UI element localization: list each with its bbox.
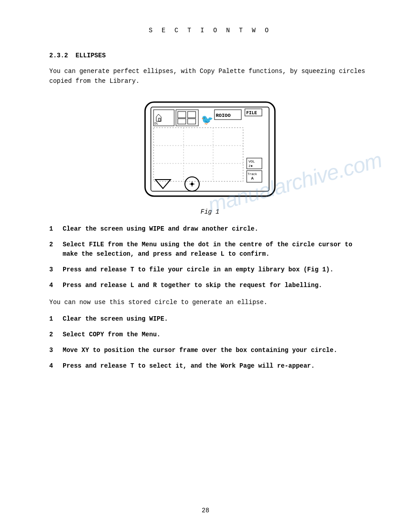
list-item: 3 Move XY to position the cursor frame o… bbox=[49, 346, 371, 355]
svg-text:VOL: VOL bbox=[248, 159, 255, 163]
list-item: 3 Press and release T to file your circl… bbox=[49, 265, 371, 275]
svg-text:FILE: FILE bbox=[246, 111, 257, 116]
svg-text:DL: DL bbox=[154, 122, 158, 125]
subsection-number: 2.3.2 bbox=[49, 52, 68, 59]
section-title: S E C T I O N T W O bbox=[149, 27, 271, 34]
svg-text:A: A bbox=[251, 176, 254, 181]
screen-illustration: DL 🐦 ROIOO FILE bbox=[143, 100, 277, 203]
section-header: S E C T I O N T W O bbox=[49, 27, 371, 34]
fig-caption: Fig 1 bbox=[201, 208, 219, 215]
svg-text:🐦: 🐦 bbox=[201, 114, 214, 126]
step-text: Clear the screen using WIPE and draw ano… bbox=[63, 224, 371, 234]
middle-text-content: You can now use this stored circle to ge… bbox=[49, 299, 267, 306]
page-number: 28 bbox=[0, 507, 411, 514]
subsection-title: 2.3.2 ELLIPSES bbox=[49, 52, 371, 59]
intro-text: You can generate perfect ellipses, with … bbox=[49, 66, 371, 86]
list-item: 4 Press and release T to select it, and … bbox=[49, 361, 371, 371]
step-number: 1 bbox=[49, 314, 63, 324]
svg-text:Track: Track bbox=[248, 172, 257, 176]
step-text: Move XY to position the cursor frame ove… bbox=[63, 346, 371, 355]
first-instruction-list: 1 Clear the screen using WIPE and draw a… bbox=[49, 224, 371, 290]
step-text: Press and release T to select it, and th… bbox=[63, 361, 371, 371]
svg-rect-16 bbox=[154, 128, 243, 181]
intro-content: You can generate perfect ellipses, with … bbox=[49, 68, 365, 85]
figure-container: DL 🐦 ROIOO FILE bbox=[49, 100, 371, 215]
subsection-name: ELLIPSES bbox=[76, 52, 106, 59]
step-number: 3 bbox=[49, 265, 63, 275]
list-item: 2 Select COPY from the Menu. bbox=[49, 330, 371, 339]
step-number: 2 bbox=[49, 330, 63, 339]
list-item: 2 Select FILE from the Menu using the do… bbox=[49, 240, 371, 259]
step-text: Select FILE from the Menu using the dot … bbox=[63, 240, 371, 259]
svg-text:ROIOO: ROIOO bbox=[216, 113, 231, 118]
step-number: 4 bbox=[49, 281, 63, 290]
fig-label: Fig 1 bbox=[201, 208, 219, 215]
svg-text:2♦: 2♦ bbox=[248, 164, 253, 168]
step-number: 1 bbox=[49, 224, 63, 234]
list-item: 1 Clear the screen using WIPE and draw a… bbox=[49, 224, 371, 234]
step-text: Press and release L and R together to sk… bbox=[63, 281, 371, 290]
middle-text: You can now use this stored circle to ge… bbox=[49, 297, 371, 307]
step-number: 3 bbox=[49, 346, 63, 355]
step-number: 4 bbox=[49, 361, 63, 371]
step-number: 2 bbox=[49, 240, 63, 259]
step-text: Clear the screen using WIPE. bbox=[63, 314, 371, 324]
list-item: 4 Press and release L and R together to … bbox=[49, 281, 371, 290]
second-instruction-list: 1 Clear the screen using WIPE. 2 Select … bbox=[49, 314, 371, 371]
page: S E C T I O N T W O 2.3.2 ELLIPSES You c… bbox=[0, 0, 411, 532]
step-text: Select COPY from the Menu. bbox=[63, 330, 371, 339]
step-text: Press and release T to file your circle … bbox=[63, 265, 371, 275]
list-item: 1 Clear the screen using WIPE. bbox=[49, 314, 371, 324]
